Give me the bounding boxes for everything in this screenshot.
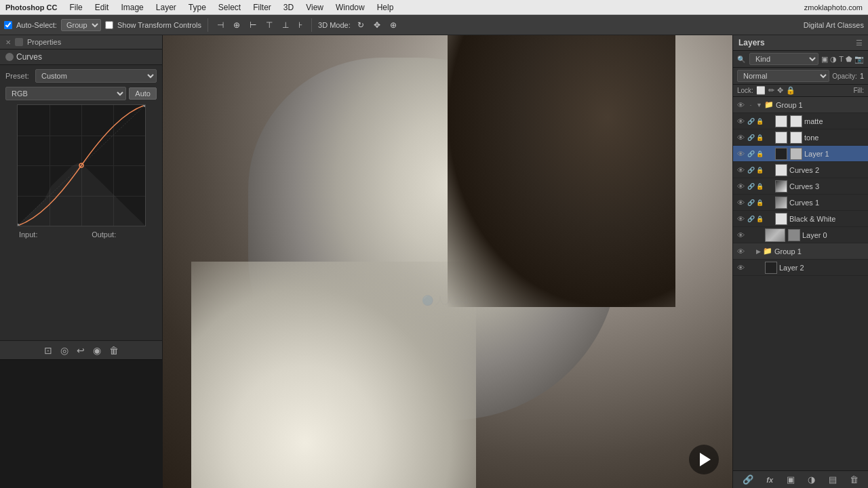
menu-image[interactable]: Image [115,1,149,14]
menu-bar: Photoshop CC File Edit Image Layer Type … [0,0,868,15]
curves-graph[interactable] [17,104,146,226]
menu-view[interactable]: View [300,1,329,14]
lock-transparent-icon[interactable]: ⬜ [756,86,766,95]
group1-arrow-icon[interactable]: ▼ [756,102,762,108]
layer-matte[interactable]: 👁 🔗 🔒 matte [733,113,868,129]
curves-svg[interactable] [18,105,145,226]
curves1-lock-icon: 🔒 [756,199,763,206]
curves3-eye-icon[interactable]: 👁 [736,182,745,190]
matte-lock-icon: 🔒 [756,118,763,125]
layer-layer1[interactable]: 👁 🔗 🔒 Layer 1 [733,146,868,162]
layer2-thumb [765,262,777,274]
blend-mode-select[interactable]: Normal Dissolve Multiply Screen Overlay [737,70,829,82]
reset-btn[interactable]: ↩ [75,344,86,357]
curves-dot-icon [5,53,14,61]
layer-curves1[interactable]: 👁 🔗 🔒 Curves 1 [733,195,868,211]
view-previous-btn[interactable]: ◎ [59,344,70,357]
layers-panel-menu-icon[interactable]: ☰ [856,39,863,47]
3d-rotate-btn[interactable]: ↻ [355,19,367,31]
layer-bw[interactable]: 👁 🔗 🔒 Black & White [733,211,868,227]
properties-title: Properties [27,38,61,46]
bw-lock-icon: 🔒 [756,216,763,222]
curves2-link-icon[interactable]: 🔗 [747,167,754,174]
3d-zoom-btn[interactable]: ⊕ [387,19,399,31]
align-right-btn[interactable]: ⊢ [247,19,259,31]
show-transform-checkbox[interactable] [105,21,113,29]
layer-curves3[interactable]: 👁 🔗 🔒 Curves 3 [733,178,868,195]
layer-group1-header[interactable]: 👁 - ▼ 📁 Group 1 [733,97,868,113]
filter-pixel-btn[interactable]: ▣ [821,55,828,64]
layer-tone[interactable]: 👁 🔗 🔒 tone [733,129,868,146]
preset-select[interactable]: Custom Default Linear Medium Contrast St… [35,69,157,83]
channel-select[interactable]: RGB Red Green Blue [5,87,126,100]
layers-title: Layers [738,38,765,47]
menu-layer[interactable]: Layer [151,1,182,14]
layer-mask-btn[interactable]: ▣ [785,473,796,486]
visibility-btn[interactable]: ◉ [92,344,102,357]
layer-curves2[interactable]: 👁 🔗 🔒 Curves 2 [733,162,868,178]
curves2-thumb [775,164,787,176]
toolbar-separator [208,18,208,32]
menu-window[interactable]: Window [330,1,370,14]
tone-link-icon[interactable]: 🔗 [747,134,754,141]
bw-link-icon[interactable]: 🔗 [747,216,754,222]
curves1-name: Curves 1 [789,199,865,207]
layer-layer2[interactable]: 👁 Layer 2 [733,260,868,276]
group1-eye-icon[interactable]: 👁 [736,101,745,109]
layer-delete-btn[interactable]: 🗑 [848,473,860,486]
auto-select-dropdown[interactable]: Group Layer [61,19,101,31]
menu-select[interactable]: Select [213,1,246,14]
curves3-lock-icon: 🔒 [756,183,763,190]
curves3-link-icon[interactable]: 🔗 [747,183,754,190]
matte-link-icon[interactable]: 🔗 [747,118,754,125]
layer-group-btn[interactable]: ▤ [827,473,838,486]
bw-eye-icon[interactable]: 👁 [736,215,745,223]
curves-panel: Preset: Custom Default Linear Medium Con… [0,65,162,340]
layer-group2-header[interactable]: 👁 ▶ 📁 Group 1 [733,243,868,260]
layer-link-btn[interactable]: 🔗 [741,473,755,486]
menu-edit[interactable]: Edit [90,1,115,14]
layer2-eye-icon[interactable]: 👁 [736,264,745,272]
layer1-link-icon[interactable]: 🔗 [747,150,754,157]
3d-pan-btn[interactable]: ✥ [371,19,383,31]
menu-file[interactable]: File [64,1,87,14]
layer-fx-btn[interactable]: fx [765,474,774,485]
lock-position-icon[interactable]: ✥ [777,86,783,95]
tone-eye-icon[interactable]: 👁 [736,134,745,142]
lock-all-icon[interactable]: 🔒 [786,86,795,95]
filter-smart-btn[interactable]: 📷 [854,55,864,64]
clip-to-layer-btn[interactable]: ⊡ [43,344,54,357]
app-logo: Photoshop CC [5,3,57,12]
panel-close-icon[interactable]: ✕ [5,39,11,46]
auto-button[interactable]: Auto [129,87,157,100]
filter-adjustment-btn[interactable]: ◑ [830,55,837,64]
curves2-eye-icon[interactable]: 👁 [736,166,745,174]
matte-eye-icon[interactable]: 👁 [736,117,745,125]
play-button[interactable] [689,445,719,474]
align-top-btn[interactable]: ⊤ [263,19,275,31]
lock-pixels-icon[interactable]: ✏ [768,86,774,95]
align-middle-btn[interactable]: ⊥ [279,19,292,31]
layer-layer0[interactable]: 👁 Layer 0 [733,227,868,243]
layer-adjustment-btn[interactable]: ◑ [806,473,816,486]
group2-arrow-icon[interactable]: ▶ [756,248,761,255]
auto-select-checkbox[interactable] [4,21,12,29]
layer1-eye-icon[interactable]: 👁 [736,150,745,158]
menu-type[interactable]: Type [183,1,212,14]
align-bottom-btn[interactable]: ⊦ [296,19,305,31]
menu-3d[interactable]: 3D [278,1,299,14]
menu-filter[interactable]: Filter [248,1,277,14]
kind-select[interactable]: Kind Name Effect Mode Attribute Color [749,53,818,65]
align-left-btn[interactable]: ⊣ [214,19,226,31]
filter-shape-btn[interactable]: ⬟ [846,55,852,64]
curves1-eye-icon[interactable]: 👁 [736,199,745,207]
delete-btn[interactable]: 🗑 [108,344,120,357]
menu-help[interactable]: Help [372,1,399,14]
align-center-h-btn[interactable]: ⊕ [231,19,243,31]
group2-eye-icon[interactable]: 👁 [736,247,745,256]
layer0-eye-icon[interactable]: 👁 [736,231,745,239]
opacity-value[interactable]: 1 [860,72,864,80]
filter-type-btn[interactable]: T [839,55,844,64]
canvas-area[interactable]: 🔵 人人素材 [163,35,732,488]
curves1-link-icon[interactable]: 🔗 [747,199,754,206]
